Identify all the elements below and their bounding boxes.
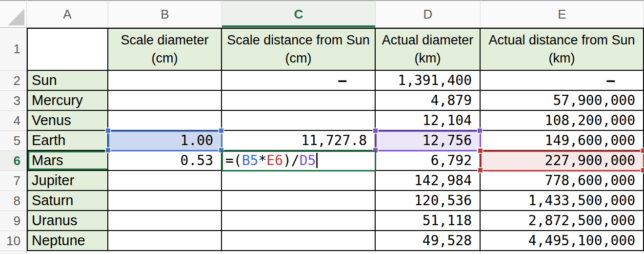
cell-E11-partial[interactable] <box>481 251 644 254</box>
cell-A10[interactable]: Neptune <box>27 231 108 251</box>
formula-times: * <box>258 152 266 169</box>
formula-open: =( <box>225 152 242 169</box>
header-actual-distance: Actual distance from Sun <box>488 31 635 49</box>
cell-A9[interactable]: Uranus <box>27 211 108 231</box>
select-all-triangle-icon <box>8 9 24 25</box>
cell-A5[interactable]: Earth <box>27 131 108 151</box>
cell-D10[interactable]: 49,528 <box>376 231 481 251</box>
cell-E6-selected-reference[interactable]: 227,900,000 <box>481 151 644 171</box>
cell-E10[interactable]: 4,495,100,000 <box>481 231 644 251</box>
cell-A2[interactable]: Sun <box>27 71 108 91</box>
cell-E8[interactable]: 1,433,500,000 <box>481 191 644 211</box>
cell-E7[interactable]: 778,600,000 <box>481 171 644 191</box>
column-header-b[interactable]: B <box>108 0 222 28</box>
cell-D5-value: 12,756 <box>423 132 472 148</box>
cell-B2[interactable] <box>108 71 222 91</box>
formula-ref-e6: E6 <box>266 152 283 169</box>
cell-C6-formula-editor[interactable]: =(B5*E6)/D5 <box>222 151 376 171</box>
cell-E2[interactable]: – <box>481 71 644 91</box>
cell-E1[interactable]: Actual distance from Sun (km) <box>481 28 644 71</box>
cell-E6-value: 227,900,000 <box>545 152 635 169</box>
cell-A7[interactable]: Jupiter <box>27 171 108 191</box>
cell-A6[interactable]: Mars <box>27 151 108 171</box>
row-header-5[interactable]: 5 <box>0 131 27 151</box>
cell-C1[interactable]: Scale distance from Sun (cm) <box>222 28 376 71</box>
cell-D1[interactable]: Actual diameter (km) <box>376 28 481 71</box>
cell-E9[interactable]: 2,872,500,000 <box>481 211 644 231</box>
selection-handle[interactable] <box>478 148 483 153</box>
header-actual-distance-unit: (km) <box>549 49 575 67</box>
cell-E3[interactable]: 57,900,000 <box>481 91 644 111</box>
row-header-9[interactable]: 9 <box>0 211 27 231</box>
selection-handle[interactable] <box>641 148 644 153</box>
row-header-10[interactable]: 10 <box>0 231 27 251</box>
cell-C2[interactable]: – <box>222 71 376 91</box>
cell-D8[interactable]: 120,536 <box>376 191 481 211</box>
selection-handle[interactable] <box>373 128 378 133</box>
cell-C4[interactable] <box>222 111 376 131</box>
column-header-c[interactable]: C <box>222 0 376 28</box>
cell-D11-partial[interactable] <box>376 251 481 254</box>
row-header-2[interactable]: 2 <box>0 71 27 91</box>
cell-B10[interactable] <box>108 231 222 251</box>
cell-B3[interactable] <box>108 91 222 111</box>
cell-B4[interactable] <box>108 111 222 131</box>
row-header-4[interactable]: 4 <box>0 111 27 131</box>
cell-D6[interactable]: 6,792 <box>376 151 481 171</box>
column-header-e[interactable]: E <box>481 0 644 28</box>
cell-B8[interactable] <box>108 191 222 211</box>
select-all-corner[interactable] <box>0 0 27 28</box>
cell-D7[interactable]: 142,984 <box>376 171 481 191</box>
selection-handle[interactable] <box>106 148 110 152</box>
cell-D9[interactable]: 51,118 <box>376 211 481 231</box>
header-scale-distance-unit: (cm) <box>285 49 312 67</box>
cell-D4[interactable]: 12,104 <box>376 111 481 131</box>
row-header-11-partial[interactable] <box>0 251 27 254</box>
header-scale-diameter: Scale diameter <box>121 31 208 49</box>
row-header-6[interactable]: 6 <box>0 151 27 171</box>
header-scale-distance: Scale distance from Sun <box>227 31 370 49</box>
cell-A3[interactable]: Mercury <box>27 91 108 111</box>
cell-E5[interactable]: 149,600,000 <box>481 131 644 151</box>
row-header-1[interactable]: 1 <box>0 28 27 71</box>
cell-D3[interactable]: 4,879 <box>376 91 481 111</box>
row-header-7[interactable]: 7 <box>0 171 27 191</box>
column-header-d[interactable]: D <box>376 0 481 28</box>
cell-C11-partial[interactable] <box>222 251 376 254</box>
selection-handle[interactable] <box>478 168 483 172</box>
formula-close-div: )/ <box>283 152 300 169</box>
row-header-3[interactable]: 3 <box>0 91 27 111</box>
cell-A1[interactable] <box>27 28 108 71</box>
spreadsheet-grid: A B C D E 1 Scale diameter (cm) Scale di… <box>0 0 644 254</box>
cell-C7[interactable] <box>222 171 376 191</box>
cell-B6[interactable]: 0.53 <box>108 151 222 171</box>
cell-B7[interactable] <box>108 171 222 191</box>
cell-A11-partial[interactable] <box>27 251 108 254</box>
cell-A8[interactable]: Saturn <box>27 191 108 211</box>
row-header-8[interactable]: 8 <box>0 191 27 211</box>
cell-C5[interactable]: 11,727.8 <box>222 131 376 151</box>
cell-B1[interactable]: Scale diameter (cm) <box>108 28 222 71</box>
selection-handle[interactable] <box>641 168 644 172</box>
formula-ref-d5: D5 <box>300 152 316 169</box>
cell-B5-selected-reference[interactable]: 1.00 <box>108 131 222 151</box>
cell-B5-value: 1.00 <box>181 132 213 148</box>
cell-C10[interactable] <box>222 231 376 251</box>
cell-D5-selected-reference[interactable]: 12,756 <box>376 131 481 151</box>
selection-handle[interactable] <box>219 128 223 133</box>
header-actual-diameter: Actual diameter <box>382 31 474 49</box>
cell-C3[interactable] <box>222 91 376 111</box>
cell-B9[interactable] <box>108 211 222 231</box>
cell-C8[interactable] <box>222 191 376 211</box>
header-scale-diameter-unit: (cm) <box>152 49 178 67</box>
selection-handle[interactable] <box>106 128 110 133</box>
text-cursor <box>316 153 318 168</box>
cell-D2[interactable]: 1,391,400 <box>376 71 481 91</box>
formula-ref-b5: B5 <box>242 152 259 169</box>
cell-C9[interactable] <box>222 211 376 231</box>
cell-B11-partial[interactable] <box>108 251 222 254</box>
cell-E4[interactable]: 108,200,000 <box>481 111 644 131</box>
cell-A4[interactable]: Venus <box>27 111 108 131</box>
selection-handle[interactable] <box>478 128 482 133</box>
column-header-a[interactable]: A <box>27 0 108 28</box>
